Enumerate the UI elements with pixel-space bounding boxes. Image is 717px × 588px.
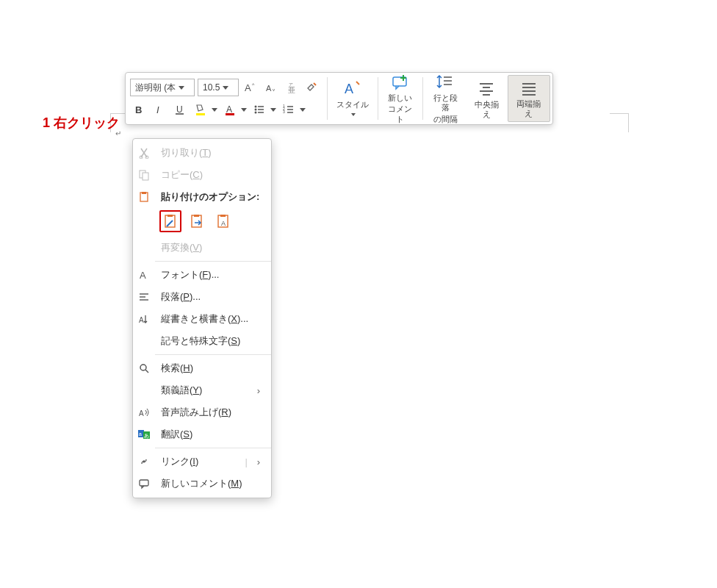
font-item[interactable]: A フォント(F)... xyxy=(133,264,271,286)
text-direction-label: 縦書きと横書き(X)... xyxy=(161,312,264,326)
copy-item[interactable]: コピー(C) xyxy=(133,164,271,186)
svg-point-17 xyxy=(255,112,257,114)
svg-text:亜: 亜 xyxy=(288,86,295,94)
svg-text:あ: あ xyxy=(144,433,149,439)
link-item[interactable]: リンク(I) | › xyxy=(133,451,271,473)
new-comment-item[interactable]: 新しいコメント(M) xyxy=(133,473,271,495)
paste-icon xyxy=(133,191,155,203)
numbering-button[interactable]: 1 2 3 xyxy=(280,101,306,118)
svg-text:I: I xyxy=(156,104,159,115)
toolbar-separator xyxy=(327,77,328,120)
thesaurus-label: 類義語(Y) xyxy=(161,384,248,397)
text-direction-icon: A xyxy=(133,313,155,325)
new-comment-label-2: コメント xyxy=(386,104,415,123)
svg-rect-10 xyxy=(196,113,205,115)
search-label: 検索(H) xyxy=(161,362,264,375)
svg-text:A: A xyxy=(139,409,144,417)
reconvert-item[interactable]: 再変換(V) xyxy=(133,237,271,259)
line-spacing-icon xyxy=(436,73,455,92)
cut-item[interactable]: 切り取り(T) xyxy=(133,142,271,164)
translate-label: 翻訳(S) xyxy=(161,428,264,441)
svg-text:A: A xyxy=(266,84,272,93)
copy-label: コピー(C) xyxy=(161,168,264,182)
new-comment-group[interactable]: 新しい コメント xyxy=(380,73,421,124)
chevron-down-icon xyxy=(270,108,276,112)
line-spacing-label-1: 行と段落 xyxy=(430,93,460,112)
svg-rect-47 xyxy=(167,215,173,217)
font-icon: A xyxy=(133,269,155,281)
mini-toolbar-left: 游明朝 (本 10.5 A^ Av ア 亜 xyxy=(126,73,325,124)
styles-icon: A xyxy=(343,78,362,98)
submenu-arrow-icon: › xyxy=(253,456,264,467)
font-name-select[interactable]: 游明朝 (本 xyxy=(130,79,195,96)
svg-text:B: B xyxy=(135,104,142,115)
phonetic-guide-button[interactable]: ア 亜 xyxy=(283,79,300,96)
chevron-down-icon xyxy=(212,108,217,112)
link-icon xyxy=(133,456,155,467)
chevron-down-icon xyxy=(351,113,356,116)
bold-button[interactable]: B xyxy=(130,101,148,118)
new-comment-label-1: 新しい xyxy=(388,93,412,103)
styles-label: スタイル xyxy=(336,100,369,109)
text-direction-item[interactable]: A 縦書きと横書き(X)... xyxy=(133,308,271,330)
svg-point-58 xyxy=(140,365,146,370)
justify-group[interactable]: 両端揃え xyxy=(508,75,550,122)
increase-font-size-button[interactable]: A^ xyxy=(242,79,259,96)
paste-merge-button[interactable] xyxy=(186,210,208,232)
svg-text:A: A xyxy=(245,82,251,93)
svg-text:A: A xyxy=(139,316,144,324)
font-label: フォント(F)... xyxy=(161,268,264,282)
format-painter-button[interactable] xyxy=(303,79,321,96)
paragraph-item[interactable]: 段落(P)... xyxy=(133,286,271,308)
svg-text:v: v xyxy=(273,87,275,92)
symbols-item[interactable]: 記号と特殊文字(S) xyxy=(133,330,271,352)
paste-options-label: 貼り付けのオプション: xyxy=(161,190,264,204)
justify-icon xyxy=(520,79,538,98)
svg-text:a: a xyxy=(139,431,142,437)
italic-button[interactable]: I xyxy=(151,101,168,118)
bullets-button[interactable] xyxy=(251,101,277,118)
center-align-group[interactable]: 中央揃え xyxy=(466,73,507,124)
svg-text:A: A xyxy=(221,220,226,227)
svg-point-15 xyxy=(255,109,257,111)
menu-separator xyxy=(155,261,271,262)
page-corner-tr xyxy=(610,113,629,132)
line-spacing-group[interactable]: 行と段落 の間隔 xyxy=(425,73,466,124)
read-aloud-icon: A xyxy=(133,406,155,418)
svg-rect-51 xyxy=(220,215,226,217)
read-aloud-item[interactable]: A 音声読み上げ(R) xyxy=(133,401,271,423)
toolbar-separator xyxy=(378,77,378,120)
reconvert-label: 再変換(V) xyxy=(161,241,264,254)
svg-text:A: A xyxy=(345,82,353,96)
svg-line-59 xyxy=(145,370,148,373)
copy-icon xyxy=(133,169,155,181)
mini-toolbar-top-row: 游明朝 (本 10.5 A^ Av ア 亜 xyxy=(130,79,321,96)
decrease-font-size-button[interactable]: Av xyxy=(262,79,280,96)
translate-item[interactable]: a あ 翻訳(S) xyxy=(133,423,271,445)
svg-rect-43 xyxy=(143,173,148,180)
cut-label: 切り取り(T) xyxy=(161,146,264,159)
styles-group[interactable]: A スタイル xyxy=(329,73,376,124)
svg-text:^: ^ xyxy=(252,82,255,87)
svg-point-13 xyxy=(255,106,257,108)
chevron-down-icon xyxy=(179,86,184,90)
mini-toolbar-bottom-row: B I U A xyxy=(130,101,321,118)
svg-rect-12 xyxy=(226,113,234,115)
menu-separator xyxy=(155,354,271,355)
cut-icon xyxy=(133,147,155,159)
chevron-down-icon xyxy=(223,86,228,90)
paragraph-label: 段落(P)... xyxy=(161,290,264,304)
font-name-value: 游明朝 (本 xyxy=(135,82,176,94)
menu-separator xyxy=(155,448,271,448)
paste-keep-source-button[interactable] xyxy=(159,210,181,232)
thesaurus-item[interactable]: 類義語(Y) › xyxy=(133,379,271,401)
context-menu: 切り取り(T) コピー(C) 貼り付けのオプション: A 再変換(V) xyxy=(132,138,272,498)
line-spacing-label-2: の間隔 xyxy=(433,115,458,124)
highlight-color-button[interactable] xyxy=(192,101,218,118)
underline-button[interactable]: U xyxy=(171,101,189,118)
font-color-button[interactable]: A xyxy=(221,101,248,118)
symbols-label: 記号と特殊文字(S) xyxy=(161,334,264,348)
paste-text-only-button[interactable]: A xyxy=(212,210,234,232)
search-item[interactable]: 検索(H) xyxy=(133,357,271,379)
font-size-select[interactable]: 10.5 xyxy=(198,79,239,96)
